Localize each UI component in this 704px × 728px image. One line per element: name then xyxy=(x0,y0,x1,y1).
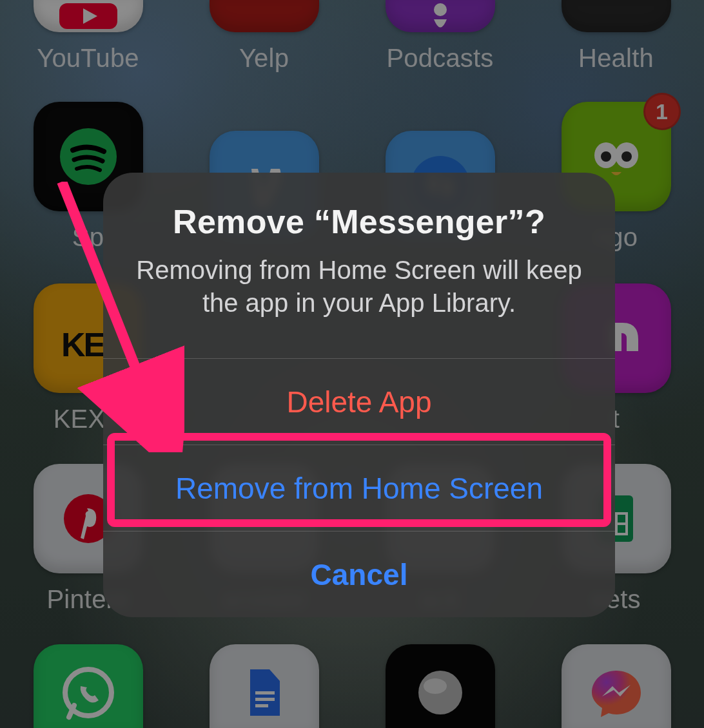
delete-app-button[interactable]: Delete App xyxy=(103,359,615,445)
dialog-header: Remove “Messenger”? Removing from Home S… xyxy=(103,173,615,358)
remove-app-dialog: Remove “Messenger”? Removing from Home S… xyxy=(103,173,615,617)
cancel-button[interactable]: Cancel xyxy=(103,532,615,617)
dialog-title: Remove “Messenger”? xyxy=(135,202,583,241)
home-screen: YouTube Yelp Podcasts Health Sp xyxy=(0,0,704,728)
dialog-message: Removing from Home Screen will keep the … xyxy=(135,254,583,320)
remove-from-home-screen-button[interactable]: Remove from Home Screen xyxy=(103,445,615,531)
